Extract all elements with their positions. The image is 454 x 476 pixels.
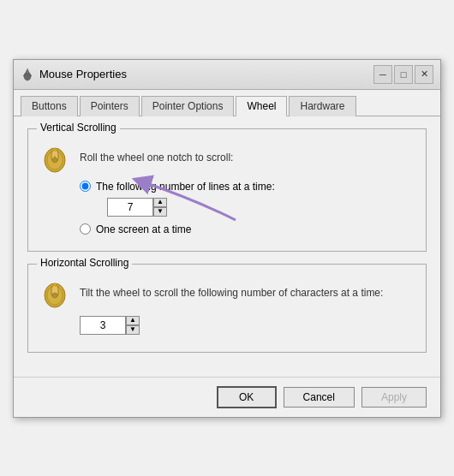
ok-button[interactable]: OK [217,386,277,408]
lines-spinner-row: ▲ ▼ [107,198,415,217]
close-button[interactable]: ✕ [415,65,433,84]
svg-point-16 [52,293,57,298]
vertical-scrolling-content: Roll the wheel one notch to scroll: The … [39,141,415,235]
title-controls: ─ □ ✕ [373,65,433,84]
mouse-properties-window: Mouse Properties ─ □ ✕ Buttons Pointers … [13,59,441,418]
svg-rect-15 [53,283,57,287]
chars-spinner-buttons: ▲ ▼ [126,316,140,335]
chars-spinner-row: ▲ ▼ [80,316,415,335]
lines-spinner-buttons: ▲ ▼ [153,198,167,217]
chars-spinner-down[interactable]: ▼ [126,325,140,335]
radio-screen-input[interactable] [80,223,91,235]
horizontal-scroll-description: Tilt the wheel to scroll the following n… [80,287,383,299]
radio-screen-label[interactable]: One screen at a time [96,223,191,235]
title-bar: Mouse Properties ─ □ ✕ [14,60,440,90]
vertical-scrolling-group: Vertical Scrolling Roll the wheel one no… [27,128,427,252]
chars-spinner-up[interactable]: ▲ [126,316,140,325]
horizontal-scrolling-label: Horizontal Scrolling [37,257,132,269]
tab-wheel[interactable]: Wheel [236,96,287,116]
tab-hardware[interactable]: Hardware [289,96,355,116]
apply-button[interactable]: Apply [361,387,427,408]
vertical-scroll-header-row: Roll the wheel one notch to scroll: [39,141,415,174]
tab-bar: Buttons Pointers Pointer Options Wheel H… [14,90,440,116]
cancel-button[interactable]: Cancel [284,387,355,408]
horizontal-scrolling-group: Horizontal Scrolling Tilt the wheel to s… [27,264,427,353]
minimize-button[interactable]: ─ [373,65,392,84]
svg-point-10 [52,158,57,163]
tab-buttons[interactable]: Buttons [21,96,78,116]
vertical-scrolling-label: Vertical Scrolling [37,122,120,134]
chars-spinner-input[interactable] [80,316,126,335]
radio-screen-row: One screen at a time [80,223,415,235]
svg-rect-8 [53,148,57,152]
radio-lines-label[interactable]: The following number of lines at a time: [96,181,275,193]
tab-content: Vertical Scrolling Roll the wheel one no… [14,116,440,377]
tab-pointers[interactable]: Pointers [80,96,140,116]
horizontal-scroll-header-row: Tilt the wheel to scroll the following n… [39,277,415,309]
bottom-bar: OK Cancel Apply [14,377,440,417]
lines-spinner-up[interactable]: ▲ [153,198,167,207]
window-icon [21,68,34,81]
title-bar-left: Mouse Properties [21,68,127,81]
horizontal-scroll-icon [39,277,71,309]
vertical-scroll-description: Roll the wheel one notch to scroll: [80,152,233,164]
lines-spinner-input[interactable] [107,198,153,217]
vertical-scroll-icon [39,141,71,174]
lines-spinner-down[interactable]: ▼ [153,207,167,217]
maximize-button[interactable]: □ [394,65,413,84]
window-title: Mouse Properties [39,68,127,80]
radio-lines-input[interactable] [80,181,91,192]
radio-lines-row: The following number of lines at a time: [80,181,415,193]
tab-pointer-options[interactable]: Pointer Options [141,96,235,116]
svg-rect-2 [27,68,28,71]
horizontal-scrolling-content: Tilt the wheel to scroll the following n… [39,277,415,335]
